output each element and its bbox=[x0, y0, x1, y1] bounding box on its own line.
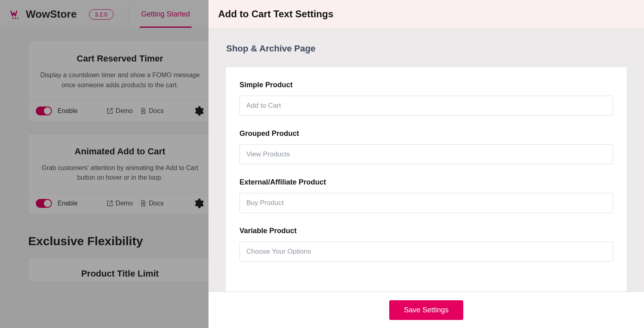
panel-body: Shop & Archive Page Simple Product Group… bbox=[208, 28, 644, 292]
variable-product-input[interactable] bbox=[239, 242, 613, 262]
panel-section-heading: Shop & Archive Page bbox=[226, 43, 627, 54]
field-external-affiliate-product: External/Affiliate Product bbox=[239, 178, 613, 213]
panel-header: Add to Cart Text Settings bbox=[208, 0, 644, 28]
field-label: Variable Product bbox=[239, 227, 613, 235]
panel-footer: Save Settings bbox=[208, 292, 644, 328]
settings-panel: Add to Cart Text Settings Shop & Archive… bbox=[208, 0, 644, 328]
field-simple-product: Simple Product bbox=[239, 81, 613, 116]
external-affiliate-product-input[interactable] bbox=[239, 193, 613, 213]
panel-title: Add to Cart Text Settings bbox=[218, 8, 333, 20]
field-label: Simple Product bbox=[239, 81, 613, 89]
field-label: Grouped Product bbox=[239, 129, 613, 138]
grouped-product-input[interactable] bbox=[239, 144, 613, 164]
form-card: Simple Product Grouped Product External/… bbox=[225, 67, 627, 292]
field-grouped-product: Grouped Product bbox=[239, 129, 613, 164]
field-label: External/Affiliate Product bbox=[239, 178, 613, 187]
save-settings-button[interactable]: Save Settings bbox=[389, 300, 463, 320]
field-variable-product: Variable Product bbox=[239, 227, 613, 262]
simple-product-input[interactable] bbox=[239, 96, 613, 116]
